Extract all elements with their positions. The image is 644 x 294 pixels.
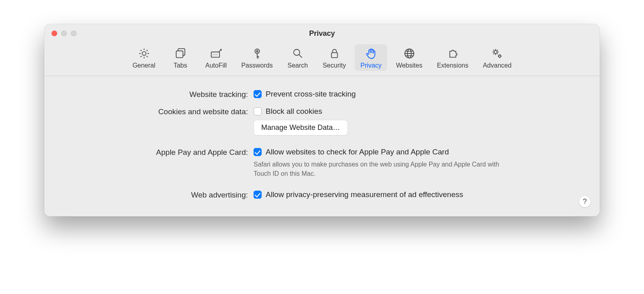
- tab-security[interactable]: Security: [317, 44, 352, 71]
- tab-autofill[interactable]: AutoFill: [200, 44, 232, 71]
- preferences-toolbar: General Tabs AutoFill Passwords Search: [44, 43, 600, 76]
- gear-icon: [137, 47, 151, 60]
- svg-point-6: [255, 49, 259, 53]
- tab-label: Security: [323, 62, 346, 69]
- tabs-icon: [173, 47, 187, 60]
- tab-label: Tabs: [173, 62, 187, 69]
- key-icon: [250, 47, 264, 60]
- tab-label: Search: [287, 62, 308, 69]
- manage-website-data-button[interactable]: Manage Website Data…: [254, 120, 348, 136]
- globe-icon: [402, 47, 416, 60]
- checkbox-checked-icon: [254, 191, 262, 199]
- window-controls: [52, 31, 76, 36]
- tab-label: Extensions: [437, 62, 468, 69]
- apple-pay-label: Apple Pay and Apple Card:: [60, 148, 254, 157]
- checkbox-label: Block all cookies: [266, 107, 322, 116]
- web-advertising-label: Web advertising:: [60, 190, 254, 199]
- lock-icon: [328, 47, 341, 60]
- svg-point-4: [215, 54, 215, 55]
- tab-label: Advanced: [483, 62, 512, 69]
- titlebar: Privacy: [44, 24, 600, 43]
- prevent-cross-site-tracking-option[interactable]: Prevent cross-site tracking: [254, 90, 584, 99]
- zoom-window-button[interactable]: [71, 31, 76, 36]
- svg-point-13: [499, 55, 501, 58]
- svg-point-0: [142, 51, 146, 55]
- svg-rect-1: [176, 51, 183, 58]
- close-window-button[interactable]: [52, 31, 57, 36]
- allow-ad-measurement-option[interactable]: Allow privacy-preserving measurement of …: [254, 190, 584, 199]
- checkbox-label: Prevent cross-site tracking: [266, 90, 356, 99]
- cookies-label: Cookies and website data:: [60, 107, 254, 116]
- hand-icon: [364, 47, 378, 60]
- search-icon: [291, 47, 305, 60]
- tab-label: Passwords: [241, 62, 272, 69]
- svg-point-5: [217, 54, 217, 55]
- tab-search[interactable]: Search: [282, 44, 314, 71]
- svg-point-8: [293, 49, 299, 56]
- tab-label: Privacy: [360, 62, 381, 69]
- tab-label: AutoFill: [205, 62, 227, 69]
- apple-pay-description: Safari allows you to make purchases on t…: [254, 160, 503, 178]
- svg-point-7: [256, 51, 258, 52]
- checkbox-checked-icon: [254, 90, 262, 98]
- tab-websites[interactable]: Websites: [390, 44, 428, 71]
- tab-label: General: [132, 62, 155, 69]
- block-all-cookies-option[interactable]: Block all cookies: [254, 107, 584, 116]
- checkbox-checked-icon: [254, 148, 262, 156]
- tab-tabs[interactable]: Tabs: [164, 44, 196, 71]
- checkbox-label: Allow privacy-preserving measurement of …: [266, 190, 463, 199]
- svg-rect-9: [331, 53, 337, 58]
- svg-point-12: [494, 51, 497, 54]
- gears-icon: [490, 47, 504, 60]
- minimize-window-button[interactable]: [61, 31, 67, 36]
- help-button[interactable]: ?: [579, 195, 591, 208]
- preferences-window: Privacy General Tabs AutoFill Passw: [44, 24, 600, 216]
- allow-apple-pay-check-option[interactable]: Allow websites to check for Apple Pay an…: [254, 148, 584, 156]
- autofill-icon: [209, 47, 223, 60]
- tab-passwords[interactable]: Passwords: [235, 44, 278, 71]
- privacy-pane: Website tracking: Prevent cross-site tra…: [44, 76, 600, 216]
- tab-privacy[interactable]: Privacy: [355, 44, 387, 71]
- checkbox-unchecked-icon: [254, 107, 262, 115]
- svg-point-3: [213, 54, 213, 55]
- window-title: Privacy: [309, 29, 335, 38]
- puzzle-icon: [446, 47, 460, 60]
- tab-general[interactable]: General: [127, 44, 161, 71]
- tab-extensions[interactable]: Extensions: [431, 44, 474, 71]
- website-tracking-label: Website tracking:: [60, 90, 254, 99]
- checkbox-label: Allow websites to check for Apple Pay an…: [266, 148, 449, 156]
- tab-label: Websites: [396, 62, 423, 69]
- tab-advanced[interactable]: Advanced: [477, 44, 517, 71]
